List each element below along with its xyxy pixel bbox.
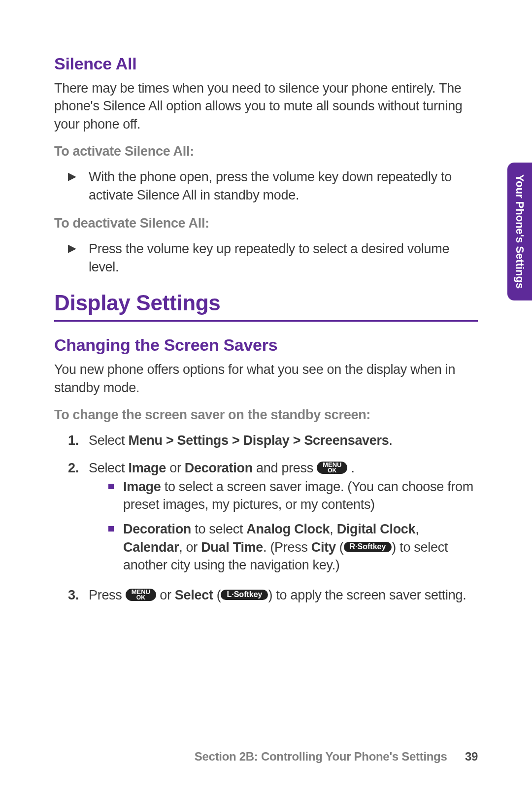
heading-screen-savers: Changing the Screen Savers (54, 335, 478, 355)
activate-label: To activate Silence All: (54, 144, 478, 159)
menu-ok-key-icon: MENUOK (126, 589, 156, 600)
deactivate-steps: Press the volume key up repeatedly to se… (54, 240, 478, 276)
page-footer: Section 2B: Controlling Your Phone's Set… (195, 750, 478, 764)
l-softkey-icon: L·Softkey (221, 590, 268, 600)
heading-display-settings: Display Settings (54, 291, 478, 322)
menu-ok-key-icon: MENUOK (317, 462, 347, 473)
step-3: Press MENUOK or Select (L·Softkey) to ap… (89, 586, 478, 605)
heading-silence-all: Silence All (54, 54, 478, 73)
r-softkey-icon: R·Softkey (344, 542, 392, 552)
footer-section: Section 2B: Controlling Your Phone's Set… (195, 750, 447, 763)
activate-steps: With the phone open, press the volume ke… (54, 168, 478, 204)
option-decoration: Decoration to select Analog Clock, Digit… (123, 520, 478, 574)
page-content: Silence All There may be times when you … (0, 0, 532, 798)
step-2-options: Image to select a screen saver image. (Y… (89, 478, 478, 574)
deactivate-step: Press the volume key up repeatedly to se… (89, 240, 478, 276)
step-1: Select Menu > Settings > Display > Scree… (89, 432, 478, 450)
screensaver-steps: Select Menu > Settings > Display > Scree… (54, 432, 478, 605)
screensaver-intro: You new phone offers options for what yo… (54, 361, 478, 397)
activate-step: With the phone open, press the volume ke… (89, 168, 478, 204)
change-label: To change the screen saver on the standb… (54, 407, 478, 423)
deactivate-label: To deactivate Silence All: (54, 216, 478, 231)
option-image: Image to select a screen saver image. (Y… (123, 478, 478, 514)
silence-intro: There may be times when you need to sile… (54, 79, 478, 133)
footer-page-number: 39 (465, 750, 478, 763)
step-2: Select Image or Decoration and press MEN… (89, 459, 478, 574)
